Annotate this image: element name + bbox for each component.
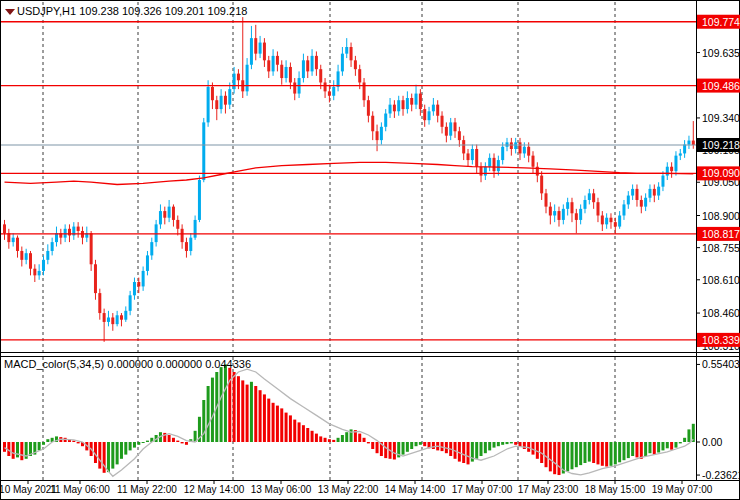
candle-body [601, 216, 604, 225]
macd-bar [142, 442, 145, 443]
macd-bar [146, 441, 149, 442]
macd-bar [211, 378, 214, 442]
time-label: 18 May 15:00 [585, 484, 646, 495]
macd-bar [77, 442, 80, 443]
candle-body [263, 43, 266, 61]
macd-bar [410, 442, 413, 449]
candle-body [553, 211, 556, 215]
candle-body [341, 54, 344, 72]
macd-bar [570, 442, 573, 469]
candle-body [432, 105, 435, 112]
candle-body [648, 189, 651, 198]
candle-body [436, 105, 439, 116]
candle-body [376, 131, 379, 140]
candle-body [107, 317, 110, 321]
macd-bar [545, 442, 548, 467]
macd-bar [172, 438, 175, 442]
candle-body [250, 38, 253, 65]
candle-body [33, 269, 36, 276]
candle-body [480, 167, 483, 176]
macd-bar [263, 394, 266, 442]
macd-axis-label: 0.00 [702, 436, 723, 448]
macd-bar [111, 442, 114, 469]
macd-bar [315, 434, 318, 442]
price-label: 108.900 [702, 210, 740, 222]
candle-body [237, 74, 240, 81]
candle-body [77, 227, 80, 231]
candle-body [609, 218, 612, 222]
candle-body [402, 100, 405, 109]
candle-body [142, 271, 145, 287]
time-axis[interactable]: 10 May 202111 May 06:0011 May 22:0012 Ma… [0, 481, 713, 495]
candle-body [358, 69, 361, 82]
candle-body [493, 158, 496, 171]
candle-body [293, 82, 296, 93]
candle-body [98, 293, 101, 313]
macd-bar [46, 439, 49, 442]
candle-body [683, 145, 686, 154]
candle-body [315, 56, 318, 69]
candle-body [644, 198, 647, 207]
chart-canvas[interactable]: 109.635109.340109.195109.050108.900108.7… [0, 0, 740, 500]
macd-bar [137, 442, 140, 445]
macd-bar [20, 442, 23, 460]
macd-bar [462, 442, 465, 463]
time-label: 14 May 14:00 [385, 484, 446, 495]
candle-body [514, 142, 517, 149]
candle-body [46, 251, 49, 260]
macd-bar [367, 442, 370, 443]
macd-bar [276, 406, 279, 442]
macd-bar [666, 442, 669, 448]
macd-bar [337, 438, 340, 442]
candle-body [523, 147, 526, 154]
candle-body [570, 202, 573, 213]
candle-body [207, 87, 210, 122]
candle-body [319, 69, 322, 82]
macd-bar [609, 442, 612, 466]
price-label: 109.340 [702, 112, 740, 124]
macd-bar [588, 442, 591, 462]
symbol-marker-icon [5, 9, 15, 15]
candle-body [588, 193, 591, 200]
candle-body [592, 193, 595, 202]
price-level-badge-label: 109.090 [702, 167, 740, 179]
price-level-badge-label: 109.486 [702, 80, 740, 92]
candle-body [384, 114, 387, 127]
candle-body [428, 111, 431, 120]
candle-body [302, 60, 305, 78]
macd-bar [358, 434, 361, 442]
macd-bar [566, 442, 569, 471]
candle-body [692, 141, 695, 145]
macd-bar [319, 436, 322, 442]
macd-bar [246, 385, 249, 442]
candle-body [328, 91, 331, 95]
candle-body [198, 180, 201, 220]
candle-body [674, 156, 677, 172]
macd-bar [640, 442, 643, 459]
macd-bar [259, 390, 262, 442]
candle-body [510, 142, 513, 149]
mt4-chart-window[interactable]: 109.635109.340109.195109.050108.900108.7… [0, 0, 740, 500]
candle-body [471, 149, 474, 160]
candle-body [345, 47, 348, 54]
candle-body [583, 200, 586, 209]
macd-bar [311, 431, 314, 442]
macd-bar [523, 442, 526, 449]
macd-bar [124, 442, 127, 455]
candle-body [410, 98, 413, 105]
macd-bar [657, 442, 660, 453]
candle-body [146, 255, 149, 271]
macd-bar [202, 400, 205, 442]
candle-body [267, 60, 270, 71]
macd-bar [583, 442, 586, 463]
time-label: 11 May 22:00 [117, 484, 177, 495]
candle-body [367, 100, 370, 116]
macd-bar [332, 440, 335, 442]
macd-axis-label: 0.554032 [702, 358, 740, 370]
candle-body [441, 116, 444, 127]
price-level-badge-label: 108.817 [702, 228, 740, 240]
price-label: 108.610 [702, 274, 740, 286]
macd-bar [614, 442, 617, 464]
candle-body [3, 224, 6, 233]
candle-body [220, 96, 223, 109]
